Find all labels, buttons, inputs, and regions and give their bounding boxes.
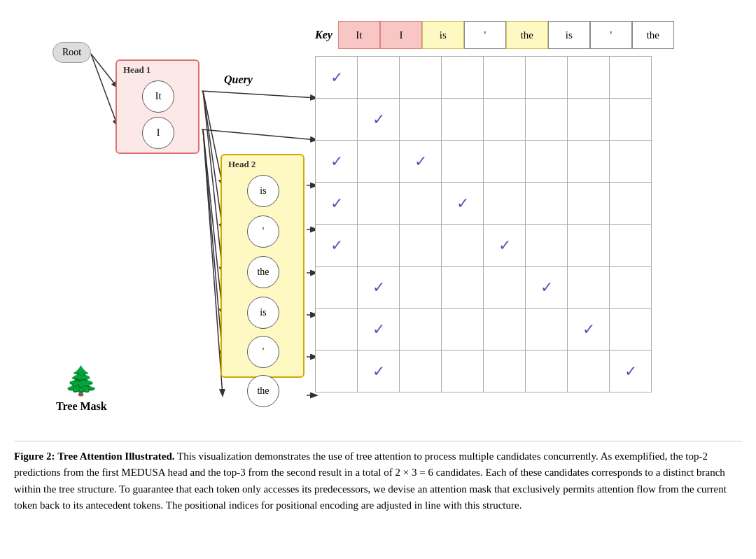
checkmark: ✓ [414,153,427,170]
grid-cell-6-0 [316,309,358,351]
grid-cell-3-6 [568,183,610,225]
svg-line-14 [202,91,316,98]
checkmark: ✓ [372,111,385,128]
grid-cell-2-4 [484,141,526,183]
grid-cell-0-0: ✓ [316,57,358,99]
grid-cell-7-7: ✓ [610,351,652,392]
grid-cell-7-4 [484,351,526,392]
grid-cell-6-6: ✓ [568,309,610,351]
grid-cell-1-2 [400,99,442,141]
grid-cell-2-5 [526,141,568,183]
fig-num: Figure 2: [14,451,55,462]
grid-cell-7-2 [400,351,442,392]
svg-line-6 [203,129,223,357]
key-tokens: It I is ' the is ' the [338,21,674,49]
grid-cell-3-7 [610,183,652,225]
head2-token-apos2: ' [247,336,279,368]
head2-box: Head 2 is ' the is ' the [220,154,304,378]
key-token-the1: the [506,21,548,49]
grid-cell-0-1 [358,57,400,99]
grid-cell-2-3 [442,141,484,183]
checkmark: ✓ [582,320,595,338]
key-token-is2: is [548,21,590,49]
checkmark: ✓ [540,278,553,296]
key-token-apos2: ' [590,21,632,49]
key-section: Key It I is ' the is ' the [315,21,674,49]
query-label: Query [224,73,253,86]
head1-token-i: I [142,117,174,149]
figure-caption: Figure 2: Tree Attention Illustrated. Th… [14,441,742,514]
grid-cell-3-4 [484,183,526,225]
head2-token-is2: is [247,297,279,329]
grid-cell-0-5 [526,57,568,99]
grid-cell-5-4 [484,267,526,309]
checkmark: ✓ [330,194,343,212]
checkmark: ✓ [372,320,385,338]
svg-line-15 [202,129,316,140]
checkmark: ✓ [456,194,469,212]
key-token-apos1: ' [464,21,506,49]
grid-cell-3-3: ✓ [442,183,484,225]
grid-cell-7-6 [568,351,610,392]
grid-cell-4-5 [526,225,568,267]
key-token-i: I [380,21,422,49]
svg-line-3 [203,91,223,229]
checkmark: ✓ [624,362,637,380]
grid-cell-0-3 [442,57,484,99]
grid-cell-5-2 [400,267,442,309]
tree-mask-label: Tree Mask [56,400,107,413]
grid-cell-2-0: ✓ [316,141,358,183]
head2-label: Head 2 [225,159,300,170]
checkmark: ✓ [330,236,343,254]
checkmark: ✓ [372,362,385,380]
main-container: Root Head 1 It I Query Head 2 is ' the i… [14,14,742,514]
head2-token-the2: the [247,375,279,407]
svg-line-7 [203,129,223,395]
tree-mask-section: 🌲 Tree Mask [56,365,107,413]
grid-cell-5-5: ✓ [526,267,568,309]
key-token-is1: is [422,21,464,49]
grid-cell-4-4: ✓ [484,225,526,267]
grid-cell-1-6 [568,99,610,141]
head2-token-is1: is [247,175,279,207]
grid-cell-3-5 [526,183,568,225]
grid-cell-6-5 [526,309,568,351]
root-label: Root [62,47,81,58]
grid-cell-4-0: ✓ [316,225,358,267]
grid-cell-1-0 [316,99,358,141]
grid-cell-3-2 [400,183,442,225]
grid-cell-5-7 [610,267,652,309]
grid-cell-1-4 [484,99,526,141]
grid-cell-7-3 [442,351,484,392]
grid-cell-6-2 [400,309,442,351]
grid-cell-0-2 [400,57,442,99]
grid-cell-4-1 [358,225,400,267]
svg-line-1 [91,54,118,126]
key-label: Key [315,29,332,41]
tree-icon: 🌲 [64,365,99,397]
svg-line-4 [203,91,223,273]
grid-cell-0-6 [568,57,610,99]
attention-grid: ✓✓✓✓✓✓✓✓✓✓✓✓✓✓ [315,56,652,392]
checkmark: ✓ [330,69,343,86]
grid-cell-3-0: ✓ [316,183,358,225]
grid-cell-6-4 [484,309,526,351]
grid-cell-1-7 [610,99,652,141]
svg-line-2 [203,91,223,185]
head1-token-it: It [142,80,174,113]
grid-cell-4-7 [610,225,652,267]
head1-box: Head 1 It I [115,59,200,154]
grid-cell-5-3 [442,267,484,309]
grid-cell-1-1: ✓ [358,99,400,141]
grid-cell-5-6 [568,267,610,309]
grid-cell-6-7 [610,309,652,351]
grid-cell-2-6 [568,141,610,183]
head2-token-the1: the [247,256,279,288]
grid-cell-4-6 [568,225,610,267]
key-token-the2: the [632,21,674,49]
head2-token-apos1: ' [247,215,279,248]
grid-cell-7-1: ✓ [358,351,400,392]
head1-label: Head 1 [120,64,195,76]
caption-title: Tree Attention Illustrated. [57,451,174,462]
checkmark: ✓ [372,278,385,296]
